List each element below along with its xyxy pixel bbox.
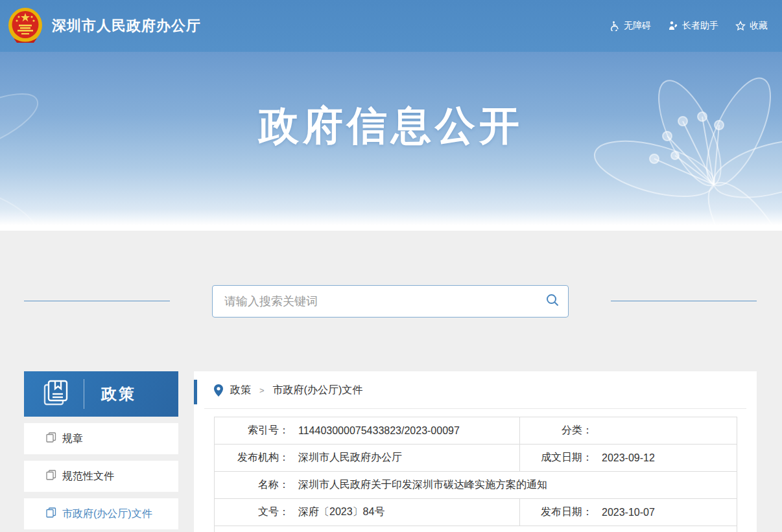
search-input[interactable] bbox=[213, 286, 537, 317]
breadcrumb-root[interactable]: 政策 bbox=[230, 384, 251, 397]
decorative-line-left bbox=[24, 301, 170, 301]
field-label: 发布日期： bbox=[520, 505, 593, 519]
field-value: 深府〔2023〕84号 bbox=[298, 505, 385, 519]
location-pin-icon bbox=[214, 384, 223, 397]
publish-date-cell: 发布日期： 2023-10-07 bbox=[520, 499, 737, 526]
sidebar-item-municipal-gov-documents[interactable]: 市政府(办公厅)文件 bbox=[24, 498, 178, 529]
topbar-links: 无障碍 长者助手 收藏 bbox=[610, 20, 768, 32]
elder-assist-label: 长者助手 bbox=[682, 20, 718, 32]
accessibility-label: 无障碍 bbox=[624, 20, 651, 32]
accessibility-link[interactable]: 无障碍 bbox=[610, 20, 651, 32]
field-value: 2023-09-12 bbox=[602, 452, 655, 464]
category-cell: 分类： bbox=[520, 417, 737, 445]
field-value: 2023-10-07 bbox=[602, 507, 655, 518]
table-row: 发布机构： 深圳市人民政府办公厅 成文日期： 2023-09-12 bbox=[215, 445, 737, 472]
document-number-cell: 文号： 深府〔2023〕84号 bbox=[215, 499, 520, 526]
breadcrumb-accent-bar bbox=[194, 380, 197, 404]
sidebar-header: 政策 bbox=[24, 371, 178, 417]
field-value: 深圳市人民政府办公厅 bbox=[298, 451, 402, 465]
sidebar-item-label: 市政府(办公厅)文件 bbox=[62, 507, 152, 521]
document-icon bbox=[46, 432, 56, 445]
document-icon bbox=[46, 507, 56, 520]
search-icon bbox=[545, 293, 560, 310]
table-row-partial bbox=[215, 526, 737, 532]
field-label: 索引号： bbox=[215, 424, 289, 437]
breadcrumb-separator: > bbox=[259, 386, 265, 395]
wheelchair-icon bbox=[610, 21, 620, 31]
breadcrumb: 政策 > 市政府(办公厅)文件 bbox=[194, 371, 757, 409]
field-label: 成文日期： bbox=[520, 451, 593, 465]
sidebar-item-regulations[interactable]: 规章 bbox=[24, 423, 178, 454]
search-box bbox=[212, 285, 569, 318]
field-label: 发布机构： bbox=[215, 451, 289, 465]
document-icon bbox=[46, 470, 56, 483]
favorite-link[interactable]: 收藏 bbox=[735, 20, 768, 32]
table-row: 索引号： 114403000075433823/2023-00097 分类： bbox=[215, 417, 737, 445]
field-label: 分类： bbox=[520, 424, 593, 437]
decorative-line-right bbox=[611, 301, 757, 301]
document-detail-card: 政策 > 市政府(办公厅)文件 索引号： 114403000075433823/… bbox=[194, 371, 757, 532]
top-header-bar: 深圳市人民政府办公厅 无障碍 长者助手 bbox=[0, 0, 782, 52]
star-icon bbox=[735, 21, 746, 31]
table-row: 名称： 深圳市人民政府关于印发深圳市碳达峰实施方案的通知 bbox=[215, 472, 737, 499]
search-button[interactable] bbox=[537, 286, 568, 317]
field-value: 深圳市人民政府关于印发深圳市碳达峰实施方案的通知 bbox=[298, 478, 547, 492]
sidebar-header-divider bbox=[84, 379, 84, 409]
issuing-agency-cell: 发布机构： 深圳市人民政府办公厅 bbox=[215, 445, 520, 472]
table-row: 文号： 深府〔2023〕84号 发布日期： 2023-10-07 bbox=[215, 499, 737, 526]
content-area: 政策 规章 规范性文件 bbox=[0, 231, 782, 532]
field-label: 文号： bbox=[215, 505, 289, 519]
sidebar: 政策 规章 规范性文件 bbox=[24, 371, 178, 529]
page-banner: 政府信息公开 bbox=[0, 52, 782, 231]
site-title[interactable]: 深圳市人民政府办公厅 bbox=[52, 16, 201, 36]
sidebar-item-label: 规章 bbox=[62, 432, 83, 446]
sidebar-item-label: 规范性文件 bbox=[62, 470, 114, 483]
sidebar-item-normative-documents[interactable]: 规范性文件 bbox=[24, 461, 178, 492]
field-value: 114403000075433823/2023-00097 bbox=[298, 425, 460, 437]
document-metadata-table: 索引号： 114403000075433823/2023-00097 分类： bbox=[214, 417, 737, 532]
national-emblem-logo bbox=[8, 7, 43, 45]
document-name-cell: 名称： 深圳市人民政府关于印发深圳市碳达峰实施方案的通知 bbox=[215, 472, 737, 499]
written-date-cell: 成文日期： 2023-09-12 bbox=[520, 445, 737, 472]
book-icon bbox=[42, 378, 71, 410]
elder-assist-link[interactable]: 长者助手 bbox=[668, 20, 718, 32]
sidebar-title: 政策 bbox=[101, 384, 136, 404]
favorite-label: 收藏 bbox=[750, 20, 768, 32]
index-number-cell: 索引号： 114403000075433823/2023-00097 bbox=[215, 417, 520, 445]
page-title: 政府信息公开 bbox=[0, 52, 782, 153]
breadcrumb-current[interactable]: 市政府(办公厅)文件 bbox=[273, 384, 363, 397]
clipped-row-cell bbox=[215, 526, 737, 532]
breadcrumb-divider bbox=[204, 408, 746, 409]
elder-assist-icon bbox=[668, 21, 678, 31]
field-label: 名称： bbox=[215, 478, 289, 492]
